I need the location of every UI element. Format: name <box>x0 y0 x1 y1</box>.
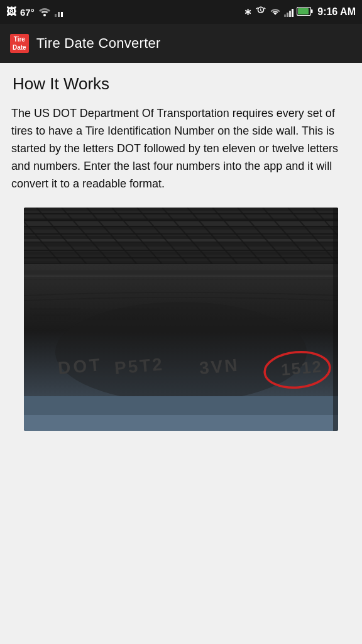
svg-rect-38 <box>24 275 338 277</box>
svg-text:3VN: 3VN <box>199 355 240 378</box>
svg-rect-50 <box>244 318 288 319</box>
wifi-signal-icon <box>270 6 281 18</box>
time-display: 9:16 AM <box>317 6 356 18</box>
svg-text:DOT: DOT <box>57 355 104 378</box>
svg-point-0 <box>43 14 46 16</box>
svg-text:1512: 1512 <box>280 357 323 380</box>
temperature-display: 67° <box>20 7 35 18</box>
svg-rect-37 <box>24 270 338 274</box>
main-content: How It Works The US DOT Department Of Tr… <box>0 63 362 443</box>
bluetooth-icon: ∗ <box>244 6 252 18</box>
signal-bars-icon <box>55 7 63 17</box>
svg-rect-47 <box>30 308 80 310</box>
svg-rect-9 <box>24 230 338 236</box>
app-bar: TireDate Tire Date Converter <box>0 24 362 63</box>
svg-rect-2 <box>311 9 313 13</box>
app-title: Tire Date Converter <box>36 35 161 52</box>
svg-rect-3 <box>298 8 309 14</box>
svg-rect-48 <box>33 314 71 316</box>
app-badge: TireDate <box>10 34 29 53</box>
svg-point-39 <box>55 302 307 402</box>
tire-illustration: DOT P5T2 3VN 1512 <box>24 208 338 431</box>
battery-icon <box>297 7 313 18</box>
status-right: ∗ 9 <box>244 6 356 19</box>
status-left: 🖼 67° <box>6 6 63 18</box>
svg-rect-8 <box>24 221 338 226</box>
svg-rect-52 <box>333 208 338 431</box>
how-it-works-heading: How It Works <box>10 74 352 94</box>
wifi-icon <box>38 6 51 18</box>
cellular-icon <box>284 7 293 17</box>
status-bar: 🖼 67° ∗ <box>0 0 362 24</box>
svg-rect-41 <box>24 415 338 431</box>
svg-rect-51 <box>250 324 282 325</box>
alarm-icon <box>255 6 266 19</box>
svg-rect-49 <box>36 321 68 322</box>
image-icon: 🖼 <box>6 6 16 18</box>
description-paragraph: The US DOT Department Of Transportation … <box>10 105 352 192</box>
tire-image-container: DOT P5T2 3VN 1512 <box>24 208 338 431</box>
